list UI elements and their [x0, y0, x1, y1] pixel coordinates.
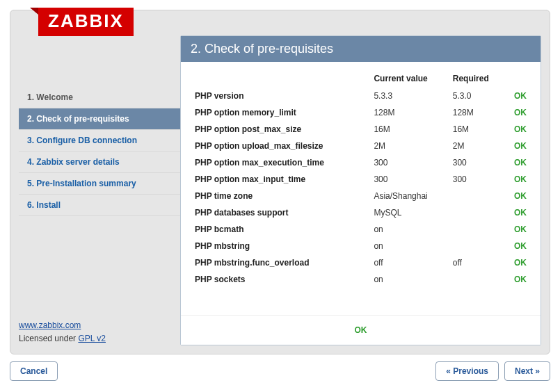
prereq-required: 300	[450, 154, 506, 171]
prereq-required: off	[450, 254, 506, 271]
prereq-status: OK	[505, 121, 529, 138]
overall-status: OK	[355, 325, 367, 335]
prereq-name: PHP databases support	[192, 204, 371, 221]
previous-button[interactable]: « Previous	[435, 361, 499, 381]
prereq-name: PHP option memory_limit	[192, 104, 371, 121]
table-row: PHP bcmathonOK	[192, 221, 529, 238]
table-row: PHP option max_input_time300300OK	[192, 171, 529, 188]
zabbix-logo: ZABBIX	[38, 8, 134, 36]
prereq-name: PHP bcmath	[192, 221, 371, 238]
page-title: 2. Check of pre-requisites	[181, 36, 541, 62]
prereq-name: PHP mbstring	[192, 238, 371, 254]
prereq-required	[450, 188, 506, 204]
prereq-name: PHP option post_max_size	[192, 121, 371, 138]
prereq-required: 16M	[450, 121, 506, 138]
table-row: PHP option post_max_size16M16MOK	[192, 121, 529, 138]
prereq-status: OK	[505, 171, 529, 188]
nav-step-4[interactable]: 4. Zabbix server details	[19, 152, 180, 173]
table-row: PHP socketsonOK	[192, 271, 529, 288]
table-row: PHP version5.3.35.3.0OK	[192, 88, 529, 104]
prereq-current: 2M	[371, 138, 449, 154]
table-row: PHP option max_execution_time300300OK	[192, 154, 529, 171]
prereq-status: OK	[505, 104, 529, 121]
prereq-current: Asia/Shanghai	[371, 188, 449, 204]
prereq-status: OK	[505, 254, 529, 271]
overall-status-row: OK	[181, 315, 541, 345]
prereq-required: 2M	[450, 138, 506, 154]
prereq-required	[450, 204, 506, 221]
license-link[interactable]: GPL v2	[78, 334, 106, 343]
prereq-name: PHP version	[192, 88, 371, 104]
prereq-status: OK	[505, 88, 529, 104]
prereq-status: OK	[505, 204, 529, 221]
nav-step-1[interactable]: 1. Welcome	[19, 87, 180, 108]
prereq-required: 300	[450, 171, 506, 188]
prereq-status: OK	[505, 271, 529, 288]
prereq-current: off	[371, 254, 449, 271]
prereq-table: Current value Required PHP version5.3.35…	[192, 70, 529, 288]
table-row: PHP databases supportMySQLOK	[192, 204, 529, 221]
prereq-required: 128M	[450, 104, 506, 121]
prereq-current: on	[371, 238, 449, 254]
prereq-status: OK	[505, 221, 529, 238]
prereq-name: PHP time zone	[192, 188, 371, 204]
license-prefix: Licensed under	[19, 334, 78, 343]
prereq-current: 5.3.3	[371, 88, 449, 104]
prereq-required	[450, 238, 506, 254]
nav-step-2[interactable]: 2. Check of pre-requisites	[19, 108, 180, 130]
table-row: PHP option upload_max_filesize2M2MOK	[192, 138, 529, 154]
prereq-current: 300	[371, 154, 449, 171]
nav-step-3[interactable]: 3. Configure DB connection	[19, 130, 180, 152]
footer-links: www.zabbix.com Licensed under GPL v2	[19, 319, 106, 345]
prereq-current: on	[371, 221, 449, 238]
table-row: PHP mbstring.func_overloadoffoffOK	[192, 254, 529, 271]
prereq-name: PHP sockets	[192, 271, 371, 288]
cancel-button[interactable]: Cancel	[10, 361, 58, 381]
prereq-scroll[interactable]: Current value Required PHP version5.3.35…	[181, 63, 541, 311]
prereq-required	[450, 271, 506, 288]
prereq-name: PHP mbstring.func_overload	[192, 254, 371, 271]
table-row: PHP option memory_limit128M128MOK	[192, 104, 529, 121]
prereq-name: PHP option max_input_time	[192, 171, 371, 188]
col-required: Required	[450, 70, 506, 88]
table-row: PHP time zoneAsia/ShanghaiOK	[192, 188, 529, 204]
prereq-current: 16M	[371, 121, 449, 138]
table-row: PHP mbstringonOK	[192, 238, 529, 254]
prereq-status: OK	[505, 188, 529, 204]
prereq-current: 300	[371, 171, 449, 188]
content-panel: 2. Check of pre-requisites Current value…	[180, 35, 541, 345]
nav-step-6[interactable]: 6. Install	[19, 195, 180, 216]
site-link[interactable]: www.zabbix.com	[19, 320, 81, 330]
prereq-required: 5.3.0	[450, 88, 506, 104]
prereq-name: PHP option max_execution_time	[192, 154, 371, 171]
wizard-nav: 1. Welcome2. Check of pre-requisites3. C…	[19, 87, 180, 216]
prereq-status: OK	[505, 238, 529, 254]
prereq-current: on	[371, 271, 449, 288]
next-button[interactable]: Next »	[504, 361, 550, 381]
prereq-current: 128M	[371, 104, 449, 121]
nav-step-5[interactable]: 5. Pre-Installation summary	[19, 173, 180, 195]
col-current: Current value	[371, 70, 449, 88]
prereq-current: MySQL	[371, 204, 449, 221]
prereq-name: PHP option upload_max_filesize	[192, 138, 371, 154]
prereq-status: OK	[505, 154, 529, 171]
prereq-status: OK	[505, 138, 529, 154]
prereq-required	[450, 221, 506, 238]
